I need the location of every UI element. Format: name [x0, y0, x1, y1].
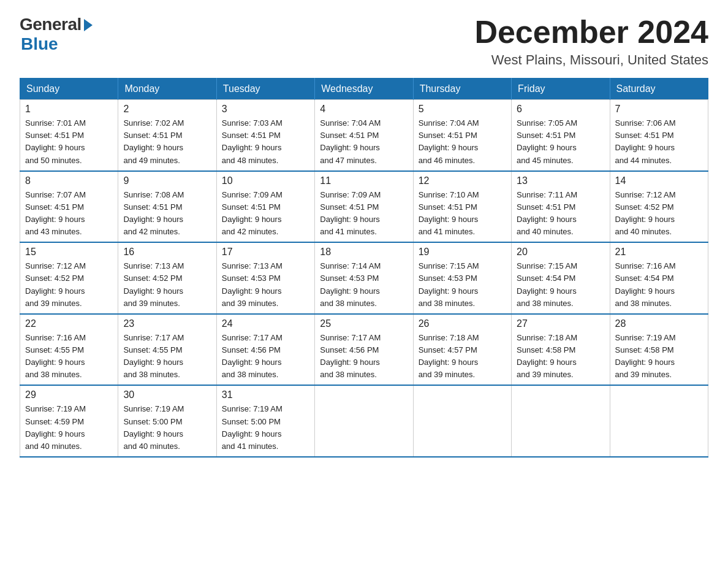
day-info: Sunrise: 7:02 AMSunset: 4:51 PMDaylight:… — [123, 117, 211, 167]
day-number: 6 — [517, 104, 604, 115]
logo-blue-text: Blue — [21, 34, 58, 54]
day-number: 19 — [419, 247, 506, 258]
weekday-header-monday: Monday — [118, 79, 216, 100]
calendar-cell: 3Sunrise: 7:03 AMSunset: 4:51 PMDaylight… — [216, 100, 314, 171]
calendar-cell: 11Sunrise: 7:09 AMSunset: 4:51 PMDayligh… — [315, 171, 413, 243]
title-block: December 2024 West Plains, Missouri, Uni… — [474, 15, 708, 68]
day-info: Sunrise: 7:12 AMSunset: 4:52 PMDaylight:… — [615, 189, 703, 239]
calendar-cell: 16Sunrise: 7:13 AMSunset: 4:52 PMDayligh… — [118, 242, 216, 314]
day-number: 10 — [222, 175, 309, 186]
day-number: 15 — [25, 247, 113, 258]
day-info: Sunrise: 7:12 AMSunset: 4:52 PMDaylight:… — [25, 260, 113, 310]
day-info: Sunrise: 7:07 AMSunset: 4:51 PMDaylight:… — [25, 189, 113, 239]
calendar-cell: 6Sunrise: 7:05 AMSunset: 4:51 PMDaylight… — [512, 100, 610, 171]
calendar-cell: 20Sunrise: 7:15 AMSunset: 4:54 PMDayligh… — [512, 242, 610, 314]
calendar-cell: 1Sunrise: 7:01 AMSunset: 4:51 PMDaylight… — [20, 100, 118, 171]
calendar-cell: 25Sunrise: 7:17 AMSunset: 4:56 PMDayligh… — [315, 314, 413, 386]
calendar-week-row: 15Sunrise: 7:12 AMSunset: 4:52 PMDayligh… — [20, 242, 708, 314]
day-info: Sunrise: 7:11 AMSunset: 4:51 PMDaylight:… — [517, 189, 604, 239]
calendar-cell: 31Sunrise: 7:19 AMSunset: 5:00 PMDayligh… — [216, 385, 314, 457]
calendar-cell: 15Sunrise: 7:12 AMSunset: 4:52 PMDayligh… — [20, 242, 118, 314]
day-number: 9 — [123, 175, 211, 186]
day-info: Sunrise: 7:19 AMSunset: 5:00 PMDaylight:… — [222, 403, 309, 453]
calendar-week-row: 1Sunrise: 7:01 AMSunset: 4:51 PMDaylight… — [20, 100, 708, 171]
day-info: Sunrise: 7:13 AMSunset: 4:52 PMDaylight:… — [123, 260, 211, 310]
calendar-cell: 30Sunrise: 7:19 AMSunset: 5:00 PMDayligh… — [118, 385, 216, 457]
calendar-cell — [512, 385, 610, 457]
day-number: 31 — [222, 389, 309, 400]
day-info: Sunrise: 7:09 AMSunset: 4:51 PMDaylight:… — [222, 189, 309, 239]
day-number: 28 — [615, 318, 703, 329]
day-number: 12 — [419, 175, 506, 186]
day-info: Sunrise: 7:10 AMSunset: 4:51 PMDaylight:… — [419, 189, 506, 239]
day-info: Sunrise: 7:13 AMSunset: 4:53 PMDaylight:… — [222, 260, 309, 310]
weekday-header-wednesday: Wednesday — [315, 79, 413, 100]
day-number: 7 — [615, 104, 703, 115]
day-number: 30 — [123, 389, 211, 400]
weekday-header-sunday: Sunday — [20, 79, 118, 100]
calendar-cell: 8Sunrise: 7:07 AMSunset: 4:51 PMDaylight… — [20, 171, 118, 243]
calendar-cell: 13Sunrise: 7:11 AMSunset: 4:51 PMDayligh… — [512, 171, 610, 243]
day-number: 5 — [419, 104, 506, 115]
weekday-header-friday: Friday — [512, 79, 610, 100]
day-number: 25 — [320, 318, 408, 329]
weekday-header-row: SundayMondayTuesdayWednesdayThursdayFrid… — [20, 79, 708, 100]
day-info: Sunrise: 7:06 AMSunset: 4:51 PMDaylight:… — [615, 117, 703, 167]
calendar-cell: 5Sunrise: 7:04 AMSunset: 4:51 PMDaylight… — [413, 100, 511, 171]
calendar-cell — [413, 385, 511, 457]
day-info: Sunrise: 7:18 AMSunset: 4:58 PMDaylight:… — [517, 332, 604, 381]
calendar-cell: 4Sunrise: 7:04 AMSunset: 4:51 PMDaylight… — [315, 100, 413, 171]
calendar-cell: 2Sunrise: 7:02 AMSunset: 4:51 PMDaylight… — [118, 100, 216, 171]
calendar-cell: 18Sunrise: 7:14 AMSunset: 4:53 PMDayligh… — [315, 242, 413, 314]
calendar-cell: 27Sunrise: 7:18 AMSunset: 4:58 PMDayligh… — [512, 314, 610, 386]
day-number: 27 — [517, 318, 604, 329]
calendar-cell: 23Sunrise: 7:17 AMSunset: 4:55 PMDayligh… — [118, 314, 216, 386]
location-title: West Plains, Missouri, United States — [474, 52, 708, 68]
day-info: Sunrise: 7:15 AMSunset: 4:53 PMDaylight:… — [419, 260, 506, 310]
weekday-header-saturday: Saturday — [610, 79, 708, 100]
day-info: Sunrise: 7:16 AMSunset: 4:55 PMDaylight:… — [25, 332, 113, 381]
day-number: 17 — [222, 247, 309, 258]
day-number: 8 — [25, 175, 113, 186]
calendar-table: SundayMondayTuesdayWednesdayThursdayFrid… — [20, 78, 708, 458]
day-info: Sunrise: 7:08 AMSunset: 4:51 PMDaylight:… — [123, 189, 211, 239]
calendar-week-row: 29Sunrise: 7:19 AMSunset: 4:59 PMDayligh… — [20, 385, 708, 457]
calendar-cell: 28Sunrise: 7:19 AMSunset: 4:58 PMDayligh… — [610, 314, 708, 386]
day-number: 29 — [25, 389, 113, 400]
day-info: Sunrise: 7:04 AMSunset: 4:51 PMDaylight:… — [320, 117, 408, 167]
calendar-cell: 12Sunrise: 7:10 AMSunset: 4:51 PMDayligh… — [413, 171, 511, 243]
calendar-cell: 26Sunrise: 7:18 AMSunset: 4:57 PMDayligh… — [413, 314, 511, 386]
logo-arrow-icon — [84, 19, 93, 31]
month-title: December 2024 — [474, 15, 708, 50]
logo-general-text: General — [20, 15, 82, 34]
calendar-cell — [610, 385, 708, 457]
day-info: Sunrise: 7:03 AMSunset: 4:51 PMDaylight:… — [222, 117, 309, 167]
day-info: Sunrise: 7:16 AMSunset: 4:54 PMDaylight:… — [615, 260, 703, 310]
day-info: Sunrise: 7:18 AMSunset: 4:57 PMDaylight:… — [419, 332, 506, 381]
day-info: Sunrise: 7:19 AMSunset: 4:58 PMDaylight:… — [615, 332, 703, 381]
day-info: Sunrise: 7:14 AMSunset: 4:53 PMDaylight:… — [320, 260, 408, 310]
day-info: Sunrise: 7:05 AMSunset: 4:51 PMDaylight:… — [517, 117, 604, 167]
day-info: Sunrise: 7:17 AMSunset: 4:56 PMDaylight:… — [320, 332, 408, 381]
weekday-header-tuesday: Tuesday — [216, 79, 314, 100]
calendar-cell: 22Sunrise: 7:16 AMSunset: 4:55 PMDayligh… — [20, 314, 118, 386]
calendar-week-row: 22Sunrise: 7:16 AMSunset: 4:55 PMDayligh… — [20, 314, 708, 386]
calendar-cell: 29Sunrise: 7:19 AMSunset: 4:59 PMDayligh… — [20, 385, 118, 457]
calendar-cell: 7Sunrise: 7:06 AMSunset: 4:51 PMDaylight… — [610, 100, 708, 171]
logo: General Blue — [20, 15, 93, 54]
calendar-cell — [315, 385, 413, 457]
calendar-cell: 14Sunrise: 7:12 AMSunset: 4:52 PMDayligh… — [610, 171, 708, 243]
day-number: 3 — [222, 104, 309, 115]
calendar-week-row: 8Sunrise: 7:07 AMSunset: 4:51 PMDaylight… — [20, 171, 708, 243]
day-number: 4 — [320, 104, 408, 115]
day-info: Sunrise: 7:09 AMSunset: 4:51 PMDaylight:… — [320, 189, 408, 239]
day-info: Sunrise: 7:17 AMSunset: 4:56 PMDaylight:… — [222, 332, 309, 381]
day-info: Sunrise: 7:15 AMSunset: 4:54 PMDaylight:… — [517, 260, 604, 310]
day-number: 11 — [320, 175, 408, 186]
day-info: Sunrise: 7:01 AMSunset: 4:51 PMDaylight:… — [25, 117, 113, 167]
day-number: 20 — [517, 247, 604, 258]
calendar-cell: 24Sunrise: 7:17 AMSunset: 4:56 PMDayligh… — [216, 314, 314, 386]
day-number: 26 — [419, 318, 506, 329]
day-number: 23 — [123, 318, 211, 329]
calendar-cell: 9Sunrise: 7:08 AMSunset: 4:51 PMDaylight… — [118, 171, 216, 243]
